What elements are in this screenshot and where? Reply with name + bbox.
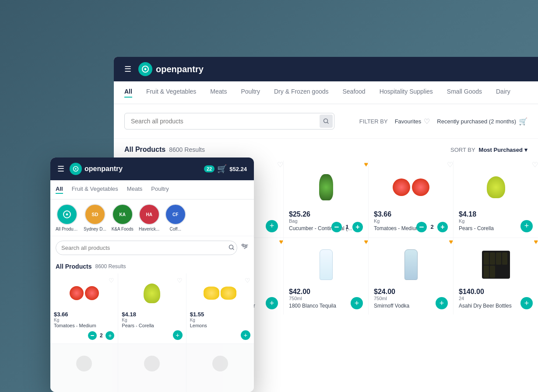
mobile-logo-icon xyxy=(70,163,82,175)
favourite-icon-10[interactable]: ♥ xyxy=(534,238,538,246)
mobile-hamburger-icon[interactable]: ☰ xyxy=(57,164,64,174)
mobile-favourite-icon-2[interactable]: ♡ xyxy=(177,277,183,284)
search-button[interactable] xyxy=(320,115,333,128)
search-area: FILTER BY Favourites ♡ Recently purchase… xyxy=(114,104,538,139)
product-card-9: ♥ $24.00 750ml Smirnoff Vodka + xyxy=(369,238,453,315)
mobile-product-image-1 xyxy=(54,278,114,308)
supplier-name-ka: K&A Foods xyxy=(112,227,134,231)
mobile-filter-button[interactable] xyxy=(241,243,249,252)
desktop-navbar: ☰ openpantry xyxy=(114,57,538,81)
qty-minus-3[interactable] xyxy=(331,222,342,232)
mobile-category-tabs: All Fruit & Vegetables Meats Poultry xyxy=(50,180,254,200)
favourite-icon-3[interactable]: ♥ xyxy=(364,161,369,168)
sort-label: SORT BY xyxy=(450,147,475,153)
cat-nav-dry-frozen[interactable]: Dry & Frozen goods xyxy=(274,88,329,98)
mobile-logo[interactable]: openpantry xyxy=(70,163,123,175)
logo-text: openpantry xyxy=(156,64,204,74)
mobile-qty-plus-1[interactable]: + xyxy=(105,331,114,340)
cat-nav-fruit-veg[interactable]: Fruit & Vegetables xyxy=(146,88,196,98)
qty-minus-4[interactable] xyxy=(416,222,427,232)
cat-nav-small-goods[interactable]: Small Goods xyxy=(447,88,482,98)
mobile-product-card-6 xyxy=(186,344,254,392)
favourite-icon-4[interactable]: ♡ xyxy=(447,161,453,169)
mobile-search-button[interactable] xyxy=(229,244,235,252)
favourite-icon-9[interactable]: ♥ xyxy=(449,238,454,246)
cat-nav-all[interactable]: All xyxy=(124,88,132,98)
recently-purchased-filter-button[interactable]: Recently purchased (2 months) 🛒 xyxy=(437,117,527,126)
mobile-qty-minus-1[interactable] xyxy=(88,331,97,340)
add-to-cart-5[interactable]: + xyxy=(520,220,533,232)
supplier-coff[interactable]: CF Coff... xyxy=(165,204,186,231)
svg-rect-3 xyxy=(419,227,424,228)
category-nav: All Fruit & Vegetables Meats Poultry Dry… xyxy=(114,81,538,104)
favourite-icon-2[interactable]: ♡ xyxy=(277,161,283,169)
product-image-9 xyxy=(374,245,448,284)
product-image-3 xyxy=(289,168,363,207)
mobile-product-card-3: ♡ $1.55 Kg Lemons + xyxy=(186,273,254,343)
favourites-filter-button[interactable]: Favourites ♡ xyxy=(395,117,430,126)
mobile-search-input[interactable] xyxy=(56,241,237,255)
cat-nav-dairy[interactable]: Dairy xyxy=(496,88,510,98)
mobile-search-bar xyxy=(50,236,254,259)
filter-section: FILTER BY Favourites ♡ Recently purchase… xyxy=(359,117,527,126)
mobile-add-to-cart-2[interactable]: + xyxy=(173,330,183,340)
mobile-favourite-icon-1[interactable]: ♡ xyxy=(109,277,114,284)
add-to-cart-10[interactable]: + xyxy=(520,297,533,309)
add-to-cart-8[interactable]: + xyxy=(351,297,363,309)
favourite-icon-8[interactable]: ♥ xyxy=(364,238,369,246)
product-card-3: ♥ $25.26 Bag Cucumber - Continental (...… xyxy=(284,161,368,238)
mobile-favourite-icon-3[interactable]: ♡ xyxy=(245,277,250,284)
cat-nav-hospitality[interactable]: Hospitality Supplies xyxy=(380,88,433,98)
mobile-product-image-5 xyxy=(122,348,182,379)
product-card-10: ♥ $140.00 24 Asahi Dry Beer Bottles + xyxy=(454,238,538,315)
supplier-sydney[interactable]: SD Sydney D... xyxy=(84,204,106,231)
sort-select[interactable]: Most Purchased ▾ xyxy=(479,147,527,153)
logo-icon xyxy=(138,62,152,76)
svg-point-10 xyxy=(242,244,244,246)
add-to-cart-9[interactable]: + xyxy=(436,297,448,309)
cart-badge: 22 xyxy=(204,165,214,172)
mobile-cat-all[interactable]: All xyxy=(56,186,63,194)
add-to-cart-2[interactable]: + xyxy=(266,220,278,232)
mobile-product-card-2: ♡ $4.18 Kg Pears - Corella + xyxy=(118,273,186,343)
recently-purchased-label: Recently purchased (2 months) xyxy=(437,118,516,125)
product-image-4 xyxy=(374,168,448,207)
mobile-suppliers: All Products SD Sydney D... KA K&A Foods… xyxy=(50,200,254,236)
mobile-lemons-image xyxy=(204,287,236,300)
mobile-product-price-1: $3.66 xyxy=(54,311,114,318)
product-card-4: ♡ $3.66 Kg Tomatoes - Medium 2 + xyxy=(369,161,453,238)
results-count: 8600 Results xyxy=(169,146,205,153)
mobile-tomatoes-image xyxy=(70,286,99,300)
mobile-cart-icon[interactable]: 🛒 xyxy=(217,164,227,174)
cat-nav-seafood[interactable]: Seafood xyxy=(343,88,366,98)
mobile-product-name-3: Lemons xyxy=(190,322,250,329)
tomatoes-image xyxy=(393,178,429,196)
placeholder-image-4 xyxy=(76,356,92,371)
supplier-avatar-ka: KA xyxy=(112,204,133,225)
qty-plus-3[interactable]: + xyxy=(352,222,363,232)
mobile-cat-meats[interactable]: Meats xyxy=(127,186,142,194)
favourite-icon-5[interactable]: ♡ xyxy=(532,161,538,169)
logo[interactable]: openpantry xyxy=(138,62,204,76)
mobile-window: ☰ openpantry 22 🛒 $52.24 All Fruit & Veg… xyxy=(50,158,254,392)
mobile-add-to-cart-3[interactable]: + xyxy=(241,330,250,340)
add-to-cart-7[interactable]: + xyxy=(266,297,278,309)
hamburger-menu-icon[interactable]: ☰ xyxy=(124,64,131,74)
mobile-cat-fruit-veg[interactable]: Fruit & Vegetables xyxy=(72,186,118,194)
cat-nav-meats[interactable]: Meats xyxy=(210,88,227,98)
supplier-avatar-sydney: SD xyxy=(84,204,105,225)
product-image-8 xyxy=(289,245,363,284)
supplier-ka-foods[interactable]: KA K&A Foods xyxy=(112,204,134,231)
mobile-product-image-3 xyxy=(190,278,250,308)
qty-plus-4[interactable]: + xyxy=(437,222,448,232)
supplier-all-products[interactable]: All Products xyxy=(56,204,78,231)
mobile-cat-poultry[interactable]: Poultry xyxy=(151,186,169,194)
search-input[interactable] xyxy=(124,113,334,130)
cat-nav-poultry[interactable]: Poultry xyxy=(241,88,260,98)
qty-value-3: 1 xyxy=(344,224,351,230)
supplier-haverick[interactable]: HA Haverick... xyxy=(139,204,160,231)
favourite-icon-7[interactable]: ♥ xyxy=(279,238,284,246)
sort-section: SORT BY Most Purchased ▾ xyxy=(450,147,527,153)
mobile-products-header: All Products 8600 Results xyxy=(50,259,254,273)
mobile-logo-text: openpantry xyxy=(84,165,123,173)
